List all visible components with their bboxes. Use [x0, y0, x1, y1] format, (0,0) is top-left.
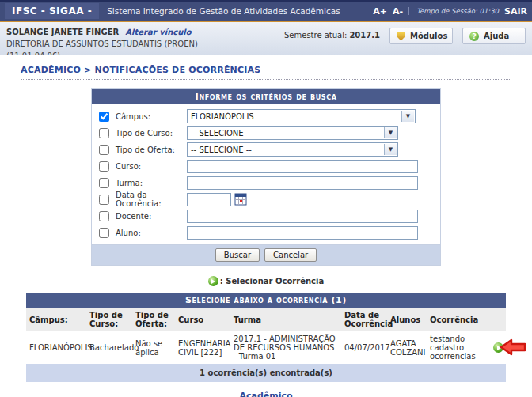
font-increase-button[interactable]: A+	[373, 6, 387, 17]
table-row: FLORIANÓPOLISBachareladoNão se aplicaENG…	[26, 331, 506, 364]
calendar-icon[interactable]	[234, 193, 247, 206]
tipo-de-curso-select-value: -- SELECIONE --	[191, 129, 252, 138]
docente-checkbox[interactable]	[99, 211, 109, 221]
app-brand: IFSC - SIGAA -	[5, 3, 99, 19]
table-cell: Bacharelado	[86, 331, 132, 364]
chevron-down-icon: ▼	[401, 111, 414, 122]
data-ocorrencia-input[interactable]	[187, 193, 231, 206]
font-decrease-button[interactable]: A-	[393, 6, 403, 17]
curso-checkbox[interactable]	[99, 161, 109, 172]
column-header: Tipo de Oferta:	[132, 308, 175, 331]
form-row-aluno: Aluno:	[99, 225, 433, 240]
module-footer-link-wrap: Acadêmico	[21, 391, 511, 397]
results-table: Selecione abaixo a ocorrencia (1) Câmpus…	[26, 293, 506, 382]
logout-button[interactable]: SAIR	[504, 6, 527, 17]
chevron-down-icon: ▼	[384, 144, 397, 155]
modules-button-label: Módulos	[410, 32, 447, 40]
campus-checkbox[interactable]	[99, 112, 109, 122]
tipo-de-curso-label: Tipo de Curso:	[116, 129, 187, 138]
help-button[interactable]: ? Ajuda	[462, 28, 526, 44]
select-occurrence-legend-icon	[208, 276, 218, 286]
aluno-input[interactable]	[187, 226, 418, 240]
results-table-body: FLORIANÓPOLISBachareladoNão se aplicaENG…	[26, 331, 506, 364]
results-header-row: Câmpus:Tipo de Curso:Tipo de Oferta:Curs…	[26, 308, 506, 331]
table-cell: testando cadastro ocorrencias	[427, 331, 490, 364]
curso-label: Curso:	[116, 162, 187, 171]
column-header: Alunos	[387, 308, 427, 331]
form-row-campus: Câmpus:FLORIANÓPOLIS▼	[99, 109, 433, 123]
tipo-de-oferta-checkbox[interactable]	[99, 145, 109, 155]
search-box-footer: BuscarCancelar	[92, 244, 440, 265]
turma-checkbox[interactable]	[99, 178, 109, 188]
results-footer-row: 1 ocorrência(s) encontrada(s)	[26, 364, 506, 382]
change-bond-link[interactable]: Alterar vínculo	[125, 28, 191, 36]
form-row-docente: Docente:	[99, 209, 433, 223]
column-header: Turma	[230, 308, 341, 331]
aluno-checkbox[interactable]	[99, 228, 109, 238]
form-row-curso: Curso:	[99, 159, 433, 173]
search-criteria-box: Informe os critérios de busca Câmpus:FLO…	[91, 88, 441, 266]
red-annotation-arrow-icon	[500, 338, 526, 357]
column-header: Tipo de Curso:	[86, 308, 132, 331]
docente-input[interactable]	[187, 210, 418, 223]
data-ocorrencia-label: Data da Ocorrência:	[116, 191, 187, 208]
results-table-caption: Selecione abaixo a ocorrencia (1)	[26, 293, 506, 308]
column-header: Data de Ocorrência	[341, 308, 387, 331]
campus-label: Câmpus:	[116, 112, 187, 121]
search-box-title: Informe os critérios de busca	[92, 89, 440, 104]
table-cell: FLORIANÓPOLIS	[26, 331, 86, 364]
tipo-de-oferta-select-value: -- SELECIONE --	[191, 146, 252, 154]
table-cell: 2017.1 - ADMINISTRAÇÃO DE RECURSOS HUMAN…	[230, 331, 341, 364]
help-button-label: Ajuda	[484, 32, 509, 40]
actions-column-header	[490, 308, 506, 331]
chevron-down-icon: ▼	[384, 127, 397, 138]
results-count: 1 ocorrência(s) encontrada(s)	[26, 364, 506, 382]
semester-label: Semestre atual:	[284, 31, 347, 40]
tipo-de-curso-select[interactable]: -- SELECIONE --▼	[187, 126, 398, 140]
column-header: Ocorrência	[427, 308, 490, 331]
tipo-de-oferta-select[interactable]: -- SELECIONE --▼	[187, 142, 398, 157]
search-form-rows: Câmpus:FLORIANÓPOLIS▼Tipo de Curso:-- SE…	[92, 104, 440, 244]
table-cell: ENGENHARIA CIVIL [222]	[175, 331, 230, 364]
cancel-button[interactable]: Cancelar	[264, 248, 317, 262]
session-timer: Tempo de Sessão: 01:30	[408, 7, 499, 15]
main-content: ACADÊMICO > NOTIFICAÇÕES DE OCORRÊNCIAS …	[0, 55, 532, 397]
user-info: SOLANGE JANETE FINGER Alterar vínculo DI…	[6, 26, 235, 51]
system-name: Sistema Integrado de Gestão de Atividade…	[107, 6, 340, 16]
modules-shield-icon	[397, 32, 405, 41]
docente-label: Docente:	[116, 212, 187, 221]
turma-input[interactable]	[187, 176, 418, 190]
results-table-wrapper: Selecione abaixo a ocorrencia (1) Câmpus…	[26, 293, 506, 382]
academico-link[interactable]: Acadêmico	[239, 391, 292, 397]
breadcrumb: ACADÊMICO > NOTIFICAÇÕES DE OCORRÊNCIAS	[21, 65, 511, 80]
aluno-label: Aluno:	[116, 229, 187, 237]
curso-input[interactable]	[187, 160, 418, 173]
top-right-controls: A+ A- Tempo de Sessão: 01:30 SAIR	[373, 6, 527, 17]
user-bar: SOLANGE JANETE FINGER Alterar vínculo DI…	[0, 22, 532, 55]
search-button[interactable]: Buscar	[215, 248, 260, 262]
user-name: SOLANGE JANETE FINGER	[6, 28, 119, 36]
campus-select-value: FLORIANÓPOLIS	[191, 112, 254, 121]
turma-label: Turma:	[116, 179, 187, 187]
form-row-turma: Turma:	[99, 176, 433, 190]
table-legend: : Selecionar Ocorrência	[21, 276, 511, 286]
table-cell: AGATA COLZANI	[387, 331, 427, 364]
form-row-data-ocorrencia: Data da Ocorrência:	[99, 192, 433, 206]
top-bar: IFSC - SIGAA - Sistema Integrado de Gest…	[0, 0, 532, 21]
column-header: Câmpus:	[26, 308, 86, 331]
current-semester: Semestre atual:2017.1	[284, 28, 380, 40]
tipo-de-oferta-label: Tipo de Oferta:	[116, 146, 187, 154]
user-bar-actions: Semestre atual:2017.1 Módulos ? Ajuda	[284, 26, 526, 51]
data-ocorrencia-checkbox[interactable]	[99, 195, 109, 205]
column-header: Curso	[175, 308, 230, 331]
form-row-tipo-de-oferta: Tipo de Oferta:-- SELECIONE --▼	[99, 142, 433, 157]
table-cell: Não se aplica	[132, 331, 175, 364]
legend-label: : Selecionar Ocorrência	[220, 277, 324, 285]
modules-button[interactable]: Módulos	[390, 28, 453, 44]
table-cell: 04/07/2017	[341, 331, 387, 364]
form-row-tipo-de-curso: Tipo de Curso:-- SELECIONE --▼	[99, 126, 433, 140]
campus-select[interactable]: FLORIANÓPOLIS▼	[187, 109, 416, 123]
help-question-icon: ?	[469, 32, 479, 41]
semester-value: 2017.1	[349, 31, 380, 40]
tipo-de-curso-checkbox[interactable]	[99, 128, 109, 138]
